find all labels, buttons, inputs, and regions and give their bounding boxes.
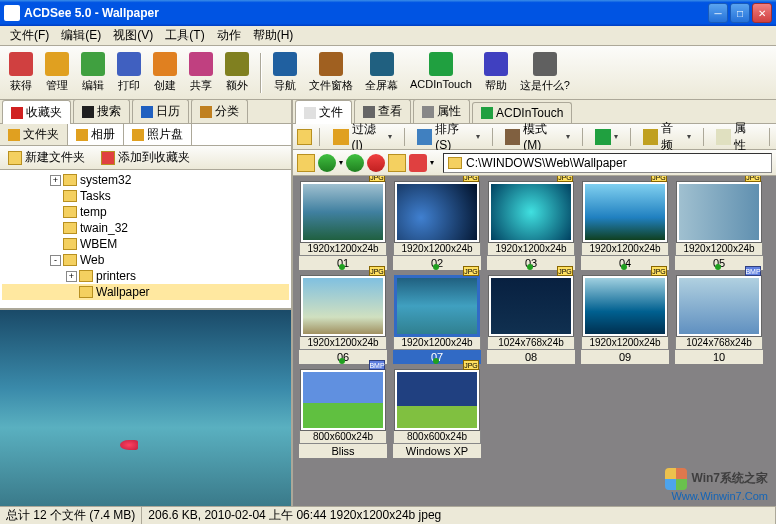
thumbnail-grid[interactable]: JPG1920x1200x24b01JPG1920x1200x24b02JPG1… — [293, 176, 776, 506]
toolbar-button[interactable]: 帮助 — [479, 49, 513, 96]
toolbar-button[interactable]: 额外 — [220, 49, 254, 96]
menu-item[interactable]: 帮助(H) — [247, 25, 300, 46]
thumbnail-image: JPG — [489, 182, 573, 242]
left-subtab[interactable]: 照片盘 — [124, 124, 192, 145]
dropdown-icon[interactable]: ▾ — [339, 158, 343, 167]
dropdown-icon[interactable]: ▾ — [687, 132, 691, 141]
dropdown-icon[interactable]: ▾ — [388, 132, 392, 141]
toolbar-label: 额外 — [226, 78, 248, 93]
thumbnail[interactable]: JPG1920x1200x24b06 — [299, 276, 387, 364]
subtab-label: 照片盘 — [147, 126, 183, 143]
thumbnail-info: 1024x768x24b — [487, 336, 575, 350]
right-tab[interactable]: 文件 — [295, 100, 352, 124]
thumbnail-image: JPG — [301, 276, 385, 336]
folder-icon[interactable] — [297, 129, 312, 145]
tree-item[interactable]: WBEM — [2, 236, 289, 252]
nav-up-icon[interactable] — [388, 154, 406, 172]
menu-item[interactable]: 工具(T) — [159, 25, 210, 46]
new-folder-button[interactable]: 新建文件夹 — [4, 147, 89, 168]
toolbar-button[interactable]: 打印 — [112, 49, 146, 96]
thumbnail[interactable]: JPG1920x1200x24b05 — [675, 182, 763, 270]
path-input[interactable]: C:\WINDOWS\Web\Wallpaper — [443, 153, 772, 173]
folder-icon — [79, 270, 93, 282]
status-detail: 206.6 KB, 2010-02-04 上午 06:44 1920x1200x… — [142, 507, 776, 524]
tab-label: 收藏夹 — [26, 104, 62, 121]
tree-item[interactable]: +system32 — [2, 172, 289, 188]
thumbnail-info: 800x600x24b — [393, 430, 481, 444]
tree-toggle-icon[interactable]: + — [66, 271, 77, 282]
maximize-button[interactable]: □ — [730, 3, 750, 23]
tab-icon — [422, 106, 434, 118]
title-bar: ACDSee 5.0 - Wallpaper ─ □ ✕ — [0, 0, 776, 26]
folder-new-icon — [8, 151, 22, 165]
minimize-button[interactable]: ─ — [708, 3, 728, 23]
left-subtab[interactable]: 文件夹 — [0, 124, 68, 145]
toolbar-button[interactable]: 管理 — [40, 49, 74, 96]
thumbnail[interactable]: JPG1024x768x24b08 — [487, 276, 575, 364]
toolbar-icon — [9, 52, 33, 76]
thumbnail[interactable]: JPG1920x1200x24b09 — [581, 276, 669, 364]
thumbnail[interactable]: JPG1920x1200x24b02 — [393, 182, 481, 270]
tree-item[interactable]: temp — [2, 204, 289, 220]
folder-icon — [63, 206, 77, 218]
toolbar-button[interactable]: 导航 — [268, 49, 302, 96]
filter-button[interactable]: ▾ — [589, 126, 624, 148]
thumbnail[interactable]: JPG800x600x24bWindows XP — [393, 370, 481, 458]
format-badge: JPG — [745, 176, 761, 182]
toolbar-button[interactable]: 全屏幕 — [360, 49, 403, 96]
dropdown-icon[interactable]: ▾ — [566, 132, 570, 141]
toolbar-icon — [319, 52, 343, 76]
thumbnail[interactable]: JPG1920x1200x24b03 — [487, 182, 575, 270]
toolbar-icon — [225, 52, 249, 76]
button-icon — [417, 129, 432, 145]
toolbar-icon — [429, 52, 453, 76]
toolbar-button[interactable]: 创建 — [148, 49, 182, 96]
toolbar-button[interactable]: 编辑 — [76, 49, 110, 96]
thumbnail[interactable]: JPG1920x1200x24b04 — [581, 182, 669, 270]
folder-tree[interactable]: +system32Taskstemptwain_32WBEM-Web+print… — [0, 170, 291, 308]
nav-forward-icon[interactable] — [346, 154, 364, 172]
tree-item[interactable]: +printers — [2, 268, 289, 284]
tree-label: Web — [80, 253, 104, 267]
toolbar-button[interactable]: ACDInTouch — [405, 49, 477, 96]
dropdown-icon[interactable]: ▾ — [476, 132, 480, 141]
thumbnail[interactable]: JPG1920x1200x24b07 — [393, 276, 481, 364]
dropdown-icon[interactable]: ▾ — [430, 158, 434, 167]
tree-item[interactable]: -Web — [2, 252, 289, 268]
tree-item[interactable]: Wallpaper — [2, 284, 289, 300]
menu-item[interactable]: 编辑(E) — [55, 25, 107, 46]
left-tab[interactable]: 日历 — [132, 99, 189, 123]
menu-item[interactable]: 动作 — [211, 25, 247, 46]
watermark-brand: Win7系统之家 — [691, 471, 768, 485]
thumbnail[interactable]: JPG1920x1200x24b01 — [299, 182, 387, 270]
menu-item[interactable]: 文件(F) — [4, 25, 55, 46]
nav-folder-icon[interactable] — [297, 154, 315, 172]
dropdown-icon[interactable]: ▾ — [614, 132, 618, 141]
left-tab[interactable]: 收藏夹 — [2, 100, 71, 124]
nav-fav-icon[interactable] — [409, 154, 427, 172]
thumbnail-image: JPG — [395, 276, 479, 336]
toolbar-button[interactable]: 这是什么? — [515, 49, 575, 96]
left-tab[interactable]: 搜索 — [73, 99, 130, 123]
tree-toggle-icon[interactable]: - — [50, 255, 61, 266]
subtab-icon — [132, 129, 144, 141]
thumbnail[interactable]: BMP800x600x24bBliss — [299, 370, 387, 458]
toolbar-button[interactable]: 共享 — [184, 49, 218, 96]
left-tab[interactable]: 分类 — [191, 99, 248, 123]
tree-toggle-icon[interactable]: + — [50, 175, 61, 186]
nav-stop-icon[interactable] — [367, 154, 385, 172]
add-favorite-button[interactable]: 添加到收藏夹 — [97, 147, 194, 168]
path-text: C:\WINDOWS\Web\Wallpaper — [466, 156, 627, 170]
thumbnail-name: Bliss — [299, 444, 387, 458]
close-button[interactable]: ✕ — [752, 3, 772, 23]
nav-back-icon[interactable] — [318, 154, 336, 172]
tree-item[interactable]: Tasks — [2, 188, 289, 204]
tree-item[interactable]: twain_32 — [2, 220, 289, 236]
thumbnail[interactable]: BMP1024x768x24b10 — [675, 276, 763, 364]
left-subtab[interactable]: 相册 — [68, 124, 124, 145]
tab-label: 搜索 — [97, 103, 121, 120]
menu-item[interactable]: 视图(V) — [107, 25, 159, 46]
toolbar-button[interactable]: 文件窗格 — [304, 49, 358, 96]
thumbnail-name: Windows XP — [393, 444, 481, 458]
toolbar-button[interactable]: 获得 — [4, 49, 38, 96]
